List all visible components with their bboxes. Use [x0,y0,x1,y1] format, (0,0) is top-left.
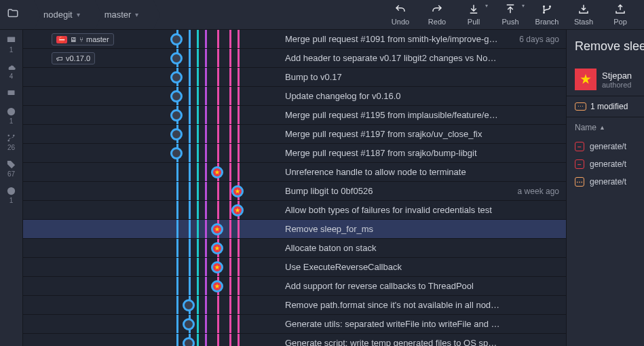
svg-point-9 [9,162,10,164]
commit-node[interactable] [170,90,183,102]
branch-button[interactable]: Branch [529,0,565,29]
commit-message: Merge pull request #1197 from srajko/uv_… [281,129,501,139]
sidebar-cloud[interactable]: 4 [6,62,16,80]
commit-message: Add support for reverse callbacks to Thr… [281,281,501,291]
repo-crumb[interactable]: nodegit ▾ [34,0,95,29]
commit-node[interactable] [183,318,195,330]
commit-row[interactable]: 🏷 v0.17.0Add header to separate v0.17 li… [23,49,566,68]
undo-button[interactable]: Undo [382,0,419,29]
sidebar-monitor[interactable]: 1 [6,35,16,54]
commit-message: Allocate baton on stack [281,243,501,253]
redo-button[interactable]: Redo [419,0,455,29]
commit-row[interactable]: Add support for reverse callbacks to Thr… [23,277,566,296]
svg-rect-3 [7,37,15,43]
commit-node[interactable] [211,166,223,178]
file-row[interactable]: −generate/t [567,138,644,155]
commit-node[interactable] [170,71,183,83]
branch-name: master [105,9,132,20]
sidebar-tag[interactable]: 67 [6,159,16,178]
sidebar-clock[interactable]: 1 [6,107,16,125]
left-sidebar: 1 4 1 26 67 1 [0,30,23,346]
commit-node[interactable] [231,204,244,216]
commit-node[interactable] [211,261,223,273]
commit-message: Remove sleep_for_ms [281,224,501,234]
commit-node[interactable] [170,33,183,45]
commit-row[interactable]: ⛔🖥⑂ masterMerge pull request #1091 from … [23,30,566,49]
commit-row[interactable]: Use ExecuteReverseCallback [23,258,566,277]
commit-node[interactable] [183,337,195,346]
commit-message: Merge pull request #1187 from srajko/bum… [281,148,501,158]
commit-message: Add header to separate v0.17 libgit2 cha… [281,53,501,63]
svg-rect-4 [8,90,15,95]
deleted-icon: − [575,159,584,169]
modified-summary[interactable]: ⋯ 1 modified [567,96,644,117]
commit-row[interactable]: Merge pull request #1195 from implausibl… [23,106,566,125]
commit-row[interactable]: Merge pull request #1197 from srajko/uv_… [23,125,566,144]
folder-button[interactable] [0,0,34,29]
svg-point-8 [13,135,15,137]
commit-node[interactable] [211,280,223,292]
commit-node[interactable] [183,299,195,311]
redo-icon [431,3,443,16]
commit-node[interactable] [170,128,183,140]
undo-icon [394,3,406,16]
branch-crumb[interactable]: master ▾ [95,0,154,29]
sort-arrow-icon: ▲ [599,124,605,131]
detail-title: Remove slee [567,30,644,63]
commit-row[interactable]: Remove path.format since it's not availa… [23,296,566,315]
commit-node[interactable] [170,109,183,121]
commit-row[interactable]: Remove sleep_for_ms [23,220,566,239]
commit-date: a week ago [501,187,566,196]
sidebar-computer[interactable] [6,88,16,98]
commit-node[interactable] [211,242,223,254]
commit-row[interactable]: Allocate baton on stack [23,239,566,258]
push-button[interactable]: Push▾ [492,0,529,29]
head-ref-tag[interactable]: ⛔🖥⑂ master [52,33,114,45]
push-icon [504,3,516,16]
svg-point-2 [549,5,551,7]
sidebar-branch[interactable]: 26 [6,133,16,151]
svg-point-6 [8,135,10,137]
folder-icon [7,7,19,22]
author-name: Stjepan [602,71,632,81]
commit-row[interactable]: Unreference handle to allow node to term… [23,163,566,182]
stash-button[interactable]: Stash [565,0,602,29]
author-sub: authored [602,81,632,89]
file-row[interactable]: −generate/t [567,155,644,173]
file-row[interactable]: ⋯generate/t [567,173,644,191]
commit-message: Generate script: write temp generated fi… [281,338,501,346]
sidebar-globe[interactable]: 1 [6,186,16,204]
commit-row[interactable]: Bump libgit to 0bf0526a week ago [23,182,566,201]
commit-row[interactable]: Update changelog for v0.16.0 [23,87,566,106]
commit-node[interactable] [211,223,223,235]
pull-icon [468,3,480,16]
chevron-down-icon: ▾ [135,11,138,18]
commit-row[interactable]: Bump to v0.17 [23,68,566,87]
svg-point-1 [543,12,545,14]
commit-message: Generate utils: separated writeFile into… [281,319,501,329]
commit-row[interactable]: Allow both types of failures for invalid… [23,201,566,220]
modified-icon: ⋯ [575,177,584,187]
files-header[interactable]: Name ▲ [567,117,644,138]
commit-row[interactable]: Merge pull request #1187 from srajko/bum… [23,144,566,163]
branch-icon [541,3,553,16]
pop-icon [614,3,626,16]
modified-icon: ⋯ [575,102,586,111]
pull-button[interactable]: Pull▾ [455,0,492,29]
commit-node[interactable] [231,185,244,197]
commit-message: Merge pull request #1091 from smith-kyle… [281,34,501,44]
commit-row[interactable]: Generate script: write temp generated fi… [23,334,566,346]
pop-button[interactable]: Pop [602,0,639,29]
commit-message: Use ExecuteReverseCallback [281,262,501,272]
commit-message: Merge pull request #1195 from implausibl… [281,110,501,120]
commit-message: Update changelog for v0.16.0 [281,91,501,101]
commit-node[interactable] [170,147,183,159]
chevron-down-icon: ▾ [485,3,488,9]
commit-message: Bump to v0.17 [281,72,501,82]
commit-node[interactable] [170,52,183,64]
chevron-down-icon: ▾ [77,11,80,18]
version-tag[interactable]: 🏷 v0.17.0 [52,52,95,64]
commit-list[interactable]: ⛔🖥⑂ masterMerge pull request #1091 from … [23,30,566,346]
commit-row[interactable]: Generate utils: separated writeFile into… [23,315,566,334]
deleted-icon: − [575,142,584,151]
